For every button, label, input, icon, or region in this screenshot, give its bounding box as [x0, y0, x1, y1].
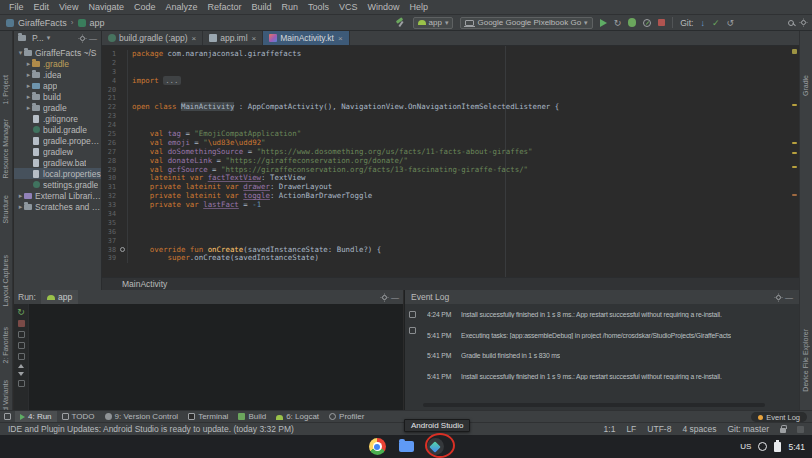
git-rollback-icon[interactable]: ↺ [726, 18, 734, 28]
menu-vcs[interactable]: VCS [334, 2, 363, 12]
code-editor[interactable]: 1package com.naranjaconsal.giraffefacts2… [102, 46, 799, 277]
menu-window[interactable]: Window [363, 2, 405, 12]
tree-chevron-icon[interactable]: ▸ [25, 71, 32, 79]
warning-mark[interactable] [792, 142, 797, 144]
override-icon[interactable] [120, 247, 125, 252]
stop-icon[interactable] [18, 320, 25, 327]
editor-tab-build-gradle-app[interactable]: build.gradle (:app)× [102, 31, 203, 45]
event-log-button[interactable]: Event Log [751, 412, 807, 422]
soft-wrap-icon[interactable] [18, 353, 25, 360]
hide-panel-icon[interactable]: — [89, 34, 97, 43]
tree-chevron-icon[interactable]: ▸ [25, 82, 32, 90]
project-panel-title[interactable]: P... [32, 33, 44, 43]
toolwindow-button-device-file-explorer[interactable]: Device File Explorer [802, 329, 809, 392]
clock[interactable]: 5:41 [788, 442, 805, 452]
toolwindow-button-2-favorites[interactable]: 2: Favorites [2, 327, 9, 364]
hide-panel-icon[interactable]: — [391, 293, 399, 302]
toolwindow-build[interactable]: Build [233, 411, 271, 422]
breadcrumb-class[interactable]: MainActivity [122, 279, 167, 289]
editor-tab-app-iml[interactable]: app.iml× [203, 31, 263, 45]
toolwindow-profiler[interactable]: Profiler [324, 411, 369, 422]
close-icon[interactable]: × [338, 34, 343, 43]
tree-item-idea[interactable]: ▸.idea [14, 69, 101, 80]
run-tab-app[interactable]: app [41, 290, 78, 304]
files-app-icon[interactable] [399, 441, 414, 452]
tree-item-gradlew[interactable]: gradlew [14, 146, 101, 157]
tree-item-gradle[interactable]: ▸.gradle [14, 58, 101, 69]
warning-mark[interactable] [792, 194, 797, 196]
tree-chevron-icon[interactable]: ▾ [17, 49, 24, 57]
tree-item-gradle[interactable]: ▸gradle [14, 102, 101, 113]
toolwindow-todo[interactable]: TODO [57, 411, 100, 422]
tree-item-build-gradle[interactable]: build.gradle [14, 124, 101, 135]
tree-item-scratches-and-consoles[interactable]: ▸Scratches and Consoles [14, 201, 101, 212]
horizontal-scrollbar[interactable] [423, 403, 765, 407]
system-tray[interactable]: US 5:41 [740, 435, 805, 458]
breadcrumb-module[interactable]: app [90, 18, 105, 28]
tree-item-build[interactable]: ▸build [14, 91, 101, 102]
toolwindow-terminal[interactable]: Terminal [183, 411, 233, 422]
search-icon[interactable] [788, 20, 794, 26]
caret-position[interactable]: 1:1 [604, 424, 616, 434]
rerun-icon[interactable]: ↻ [17, 308, 25, 316]
tree-item-gradlew-bat[interactable]: gradlew.bat [14, 157, 101, 168]
settings-gear-icon[interactable] [801, 20, 806, 25]
toolwindow-button-structure[interactable]: Structure [2, 195, 9, 223]
menu-analyze[interactable]: Analyze [160, 2, 202, 12]
menu-code[interactable]: Code [129, 2, 161, 12]
tree-chevron-icon[interactable]: ▸ [17, 203, 24, 211]
tree-chevron-icon[interactable]: ▸ [25, 104, 32, 112]
tree-item-giraffefacts-s[interactable]: ▾GiraffeFacts ~/S [14, 47, 101, 58]
run-button[interactable] [600, 19, 607, 27]
menu-tools[interactable]: Tools [303, 2, 334, 12]
tree-item-gitignore[interactable]: .gitignore [14, 113, 101, 124]
chevron-down-icon[interactable]: ▾ [47, 34, 51, 42]
clear-console-icon[interactable] [18, 380, 25, 387]
menu-help[interactable]: Help [405, 2, 434, 12]
toolwindow-6-logcat[interactable]: 6: Logcat [271, 411, 324, 422]
editor-tab-mainactivity-kt[interactable]: MainActivity.kt× [263, 31, 349, 45]
event-log-settings-gear-icon[interactable] [776, 295, 781, 300]
git-branch[interactable]: Git: master [727, 424, 769, 434]
restart-activity-icon[interactable] [18, 331, 25, 338]
menu-refactor[interactable]: Refactor [202, 2, 246, 12]
tree-item-settings-gradle[interactable]: settings.gradle [14, 179, 101, 190]
warning-mark[interactable] [792, 104, 797, 106]
tree-item-external-libraries[interactable]: ▸External Libraries [14, 190, 101, 201]
hide-panel-icon[interactable]: — [785, 293, 793, 302]
git-update-icon[interactable]: ↓ [700, 18, 705, 28]
menu-file[interactable]: File [4, 2, 29, 12]
warning-mark[interactable] [792, 152, 797, 154]
close-icon[interactable]: × [192, 34, 197, 43]
error-stripe[interactable] [790, 46, 799, 277]
run-configuration-select[interactable]: app ▾ [413, 17, 454, 29]
toolwindow-button-layout-captures[interactable]: Layout Captures [2, 255, 9, 306]
menu-edit[interactable]: Edit [29, 2, 55, 12]
tree-chevron-icon[interactable]: ▸ [17, 192, 24, 200]
tree-item-gradle-properties[interactable]: gradle.properties [14, 135, 101, 146]
git-commit-icon[interactable]: ✓ [712, 18, 720, 28]
keyboard-layout-badge[interactable]: US [740, 442, 751, 451]
scroll-up-icon[interactable] [18, 364, 24, 368]
build-hammer-icon[interactable] [395, 17, 406, 28]
lock-icon[interactable] [780, 428, 786, 433]
toolwindow-button-1-project[interactable]: 1: Project [2, 75, 9, 105]
profile-button[interactable] [643, 19, 651, 27]
tree-chevron-icon[interactable]: ▸ [25, 60, 32, 68]
toolwindow-button-gradle[interactable]: Gradle [802, 75, 809, 96]
toolwindow-button-resource-manager[interactable]: Resource Manager [2, 119, 9, 179]
tree-item-app[interactable]: ▸app [14, 80, 101, 91]
toolwindow-9-version-control[interactable]: 9: Version Control [100, 411, 184, 422]
toolwindow-4-run[interactable]: 4: Run [15, 411, 57, 422]
indent-setting[interactable]: 4 spaces [682, 424, 716, 434]
menu-navigate[interactable]: Navigate [83, 2, 129, 12]
menu-run[interactable]: Run [277, 2, 304, 12]
stop-button[interactable] [658, 19, 665, 26]
tree-chevron-icon[interactable]: ▸ [25, 93, 32, 101]
menu-view[interactable]: View [54, 2, 83, 12]
breadcrumb-project[interactable]: GiraffeFacts [18, 18, 67, 28]
apply-changes-icon[interactable]: ↻ [614, 18, 622, 28]
chrome-icon[interactable] [369, 438, 386, 455]
inspections-widget-icon[interactable] [792, 49, 797, 54]
project-settings-gear-icon[interactable] [80, 36, 85, 41]
